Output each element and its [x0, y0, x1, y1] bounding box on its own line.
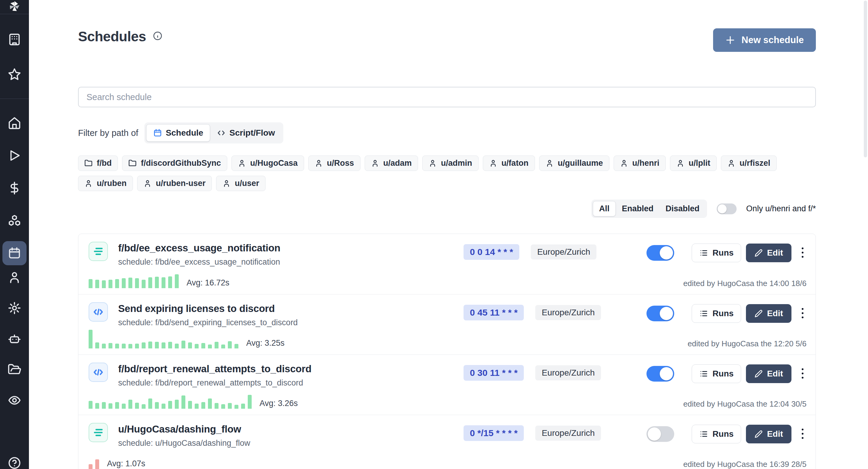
user-icon[interactable]	[2, 265, 27, 289]
schedule-row[interactable]: Send expiring licenses to discord schedu…	[79, 294, 815, 354]
usage-dollar-icon[interactable]	[2, 176, 27, 200]
run-duration-bar[interactable]	[208, 399, 212, 409]
run-duration-bar[interactable]	[221, 345, 225, 348]
run-duration-bar[interactable]	[122, 344, 126, 348]
run-duration-bar[interactable]	[122, 278, 126, 288]
run-duration-bar[interactable]	[195, 404, 198, 409]
run-duration-bar[interactable]	[115, 279, 119, 288]
schedule-enabled-toggle[interactable]	[647, 366, 674, 382]
run-duration-bar[interactable]	[235, 344, 239, 348]
path-chip[interactable]: u/faton	[483, 156, 535, 171]
schedule-row[interactable]: f/bd/ee_excess_usage_notification schedu…	[79, 234, 815, 294]
path-chip[interactable]: u/henri	[614, 156, 666, 171]
run-duration-bar[interactable]	[155, 342, 159, 348]
run-duration-bar[interactable]	[108, 403, 113, 409]
run-duration-bar[interactable]	[142, 280, 146, 288]
run-duration-bar[interactable]	[188, 342, 192, 348]
run-duration-bar[interactable]	[128, 400, 132, 409]
search-input[interactable]	[78, 87, 816, 107]
run-duration-bar[interactable]	[102, 280, 106, 288]
run-duration-bar[interactable]	[228, 403, 232, 409]
run-duration-bar[interactable]	[175, 400, 179, 409]
kebab-menu-button[interactable]	[799, 426, 807, 442]
path-chip[interactable]: u/lplit	[670, 156, 717, 171]
run-duration-bar[interactable]	[102, 344, 106, 348]
new-schedule-button[interactable]: New schedule	[713, 28, 816, 52]
run-duration-bar[interactable]	[168, 342, 172, 348]
edit-button[interactable]: Edit	[746, 425, 792, 443]
runs-sparkline[interactable]	[89, 389, 252, 409]
schedule-path[interactable]: f/bd/report_renewal_attempts_to_discord	[118, 363, 464, 375]
tab-all[interactable]: All	[593, 201, 616, 216]
path-chip[interactable]: u/rfiszel	[721, 156, 777, 171]
run-duration-bar[interactable]	[95, 342, 99, 348]
workspace-icon[interactable]	[2, 27, 27, 52]
tab-schedule-path[interactable]: Schedule	[146, 124, 210, 142]
run-duration-bar[interactable]	[241, 404, 245, 409]
run-duration-bar[interactable]	[201, 343, 205, 348]
run-duration-bar[interactable]	[235, 405, 239, 409]
path-chip[interactable]: u/adam	[365, 156, 418, 171]
run-duration-bar[interactable]	[135, 278, 139, 288]
scrollbar[interactable]	[864, 1, 867, 157]
run-duration-bar[interactable]	[248, 395, 252, 409]
schedules-calendar-icon[interactable]	[2, 241, 27, 265]
home-icon[interactable]	[2, 111, 27, 135]
only-henri-toggle[interactable]	[717, 204, 737, 214]
edit-button[interactable]: Edit	[746, 365, 792, 383]
schedule-enabled-toggle[interactable]	[647, 426, 674, 442]
run-duration-bar[interactable]	[108, 280, 113, 288]
path-chip[interactable]: u/guillaume	[539, 156, 610, 171]
runs-play-icon[interactable]	[2, 144, 27, 167]
runs-sparkline[interactable]	[89, 449, 99, 469]
runs-sparkline[interactable]	[89, 329, 239, 348]
run-duration-bar[interactable]	[168, 401, 172, 409]
tab-scriptflow-path[interactable]: Script/Flow	[210, 124, 281, 142]
runs-button[interactable]: Runs	[692, 365, 741, 383]
run-duration-bar[interactable]	[115, 344, 119, 348]
run-duration-bar[interactable]	[89, 279, 93, 288]
run-duration-bar[interactable]	[135, 344, 139, 348]
workers-robot-icon[interactable]	[2, 327, 27, 351]
run-duration-bar[interactable]	[161, 404, 165, 409]
path-chip[interactable]: u/HugoCasa	[231, 156, 304, 171]
runs-sparkline[interactable]	[89, 268, 179, 288]
run-duration-bar[interactable]	[89, 464, 93, 469]
kebab-menu-button[interactable]	[799, 366, 807, 382]
windmill-logo[interactable]	[0, 0, 29, 14]
schedule-path[interactable]: f/bd/ee_excess_usage_notification	[118, 242, 464, 254]
run-duration-bar[interactable]	[142, 342, 146, 348]
favorites-star-icon[interactable]	[2, 62, 27, 87]
run-duration-bar[interactable]	[221, 404, 225, 409]
path-chip[interactable]: f/discordGithubSync	[122, 156, 227, 171]
run-duration-bar[interactable]	[161, 342, 165, 348]
run-duration-bar[interactable]	[128, 278, 132, 288]
info-icon[interactable]	[153, 31, 162, 42]
run-duration-bar[interactable]	[89, 330, 93, 348]
run-duration-bar[interactable]	[148, 277, 152, 288]
runs-button[interactable]: Runs	[692, 425, 741, 443]
path-chip[interactable]: u/ruben-user	[137, 176, 212, 191]
run-duration-bar[interactable]	[175, 274, 179, 288]
run-duration-bar[interactable]	[108, 343, 113, 348]
run-duration-bar[interactable]	[95, 403, 99, 409]
run-duration-bar[interactable]	[155, 277, 159, 288]
edit-button[interactable]: Edit	[746, 304, 792, 323]
schedule-path[interactable]: Send expiring licenses to discord	[118, 303, 464, 314]
run-duration-bar[interactable]	[155, 402, 159, 409]
help-icon[interactable]	[2, 451, 27, 469]
resources-cubes-icon[interactable]	[2, 209, 27, 233]
run-duration-bar[interactable]	[115, 402, 119, 409]
path-chip[interactable]: u/Ross	[308, 156, 361, 171]
run-duration-bar[interactable]	[161, 277, 165, 288]
schedule-enabled-toggle[interactable]	[647, 306, 674, 321]
runs-button[interactable]: Runs	[692, 304, 741, 323]
run-duration-bar[interactable]	[168, 276, 172, 288]
runs-button[interactable]: Runs	[692, 244, 741, 262]
path-chip[interactable]: u/ruben	[78, 176, 133, 191]
run-duration-bar[interactable]	[188, 401, 192, 409]
run-duration-bar[interactable]	[228, 341, 232, 348]
schedule-path[interactable]: u/HugoCasa/dashing_flow	[118, 424, 464, 435]
run-duration-bar[interactable]	[142, 404, 146, 409]
run-duration-bar[interactable]	[102, 402, 106, 409]
